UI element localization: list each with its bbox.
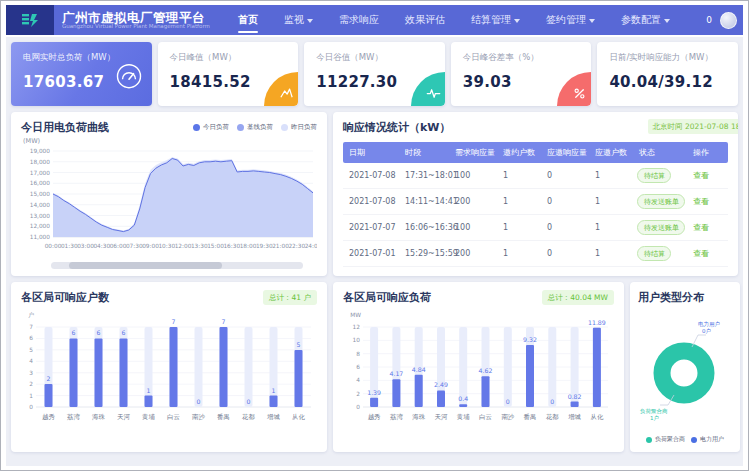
view-link[interactable]: 查看 <box>687 222 728 233</box>
chevron-down-icon <box>589 19 595 23</box>
y-axis-unit: (MW) <box>23 137 317 145</box>
load-curve-panel: 今日用电负荷曲线 今日负荷基线负荷昨日负荷 (MW) 11,00012,0001… <box>11 112 327 276</box>
donut-ring[interactable] <box>662 351 706 395</box>
legend-dot <box>281 124 288 131</box>
svg-text:17,000: 17,000 <box>30 170 51 176</box>
column-header: 操作 <box>687 147 728 158</box>
nav-item-1[interactable]: 监视 <box>284 5 313 35</box>
avatar[interactable] <box>720 12 737 29</box>
legend-item[interactable]: 负荷聚合商 <box>646 435 685 444</box>
chevron-down-icon <box>514 19 520 23</box>
svg-text:0: 0 <box>29 404 33 410</box>
column-header: 需求响应量 <box>449 147 497 158</box>
svg-text:13,000: 13,000 <box>30 213 51 219</box>
beijing-time-badge: 北京时间 2021-07-08 18: <box>648 119 738 134</box>
nav-item-3[interactable]: 效果评估 <box>405 5 445 35</box>
svg-text:07:30: 07:30 <box>126 243 143 249</box>
svg-text:番禺: 番禺 <box>217 413 230 421</box>
datazoom-selection[interactable] <box>69 262 223 269</box>
svg-text:南沙: 南沙 <box>192 413 205 421</box>
svg-text:7: 7 <box>222 318 226 325</box>
legend-item[interactable]: 基线负荷 <box>237 123 273 132</box>
cell-invited: 1 <box>497 249 541 258</box>
user-type-panel: 用户类型分布 电力用户 0户 负荷聚合商 1户 负荷聚合商电力用户 <box>630 282 740 452</box>
chevron-down-icon <box>307 19 313 23</box>
svg-text:5: 5 <box>297 341 301 348</box>
kpi-row: 电网实时总负荷（MW） 17603.67今日峰值（MW） 18415.52今日谷… <box>11 42 738 106</box>
svg-text:18,000: 18,000 <box>30 159 51 165</box>
svg-text:22:30: 22:30 <box>288 243 305 249</box>
svg-text:0: 0 <box>247 398 251 405</box>
legend-item[interactable]: 昨日负荷 <box>281 123 317 132</box>
svg-text:白云: 白云 <box>167 413 180 421</box>
svg-text:11,000: 11,000 <box>30 234 51 240</box>
response-table-title: 响应情况统计（kW） <box>343 120 450 135</box>
user-type-donut-chart: 电力用户 0户 负荷聚合商 1户 <box>638 305 732 429</box>
table-body: 2021-07-08 17:31~18:01 100 1 0 1 待结算 查看2… <box>343 163 728 267</box>
table-header: 日期时段需求响应量邀约户数应邀响应量应邀户数状态操作 <box>343 142 728 163</box>
svg-text:4.17: 4.17 <box>390 370 404 377</box>
column-header: 日期 <box>343 147 399 158</box>
svg-text:8: 8 <box>356 351 360 357</box>
view-link[interactable]: 查看 <box>687 248 728 259</box>
main-nav: 首页监视需求响应效果评估结算管理签约管理参数配置 <box>238 5 670 35</box>
cell-accepted-amount: 0 <box>541 223 589 232</box>
status-badge: 待发送账单 <box>637 220 685 235</box>
notification-count[interactable]: 0 <box>706 15 712 25</box>
cell-date: 2021-07-07 <box>343 223 399 232</box>
legend-dot <box>237 124 244 131</box>
status-badge: 待发送账单 <box>637 194 685 209</box>
svg-text:03:00: 03:00 <box>77 243 94 249</box>
nav-item-label: 签约管理 <box>546 13 586 27</box>
cell-invited: 1 <box>497 197 541 206</box>
svg-text:11.89: 11.89 <box>588 319 606 326</box>
nav-item-4[interactable]: 结算管理 <box>471 5 520 35</box>
datazoom-slider[interactable] <box>51 262 303 269</box>
nav-item-label: 结算管理 <box>471 13 511 27</box>
nav-item-6[interactable]: 参数配置 <box>621 5 670 35</box>
nav-item-5[interactable]: 签约管理 <box>546 5 595 35</box>
cell-accepted-users: 1 <box>589 171 633 180</box>
load-by-district-panel: 各区局可响应负荷 总计：40.04 MW MW0246810121.39越秀4.… <box>333 282 624 452</box>
svg-text:MW: MW <box>350 312 361 318</box>
kpi-label: 电网实时总负荷（MW） <box>23 52 140 64</box>
nav-item-label: 参数配置 <box>621 13 661 27</box>
view-link[interactable]: 查看 <box>687 170 728 181</box>
view-link[interactable]: 查看 <box>687 196 728 207</box>
cell-invited: 1 <box>497 223 541 232</box>
svg-text:18:00: 18:00 <box>240 243 257 249</box>
brand: 广州市虚拟电厂管理平台 Guangzhou Virtual Power Plan… <box>62 11 210 30</box>
svg-text:6: 6 <box>29 335 33 341</box>
svg-text:3: 3 <box>29 370 33 376</box>
table-row: 2021-07-07 16:06~16:36 100 1 0 1 待发送账单 查… <box>343 215 728 241</box>
svg-text:天河: 天河 <box>435 413 448 421</box>
status-badge: 待结算 <box>637 168 671 183</box>
svg-text:4: 4 <box>29 358 33 364</box>
cell-accepted-amount: 0 <box>541 171 589 180</box>
logo-icon <box>20 12 40 28</box>
svg-text:1: 1 <box>272 387 276 394</box>
legend-dot <box>193 124 200 131</box>
nav-item-label: 需求响应 <box>339 13 379 27</box>
svg-text:0.82: 0.82 <box>568 393 582 400</box>
user-type-title: 用户类型分布 <box>638 290 732 305</box>
nav-item-2[interactable]: 需求响应 <box>339 5 379 35</box>
cell-accepted-users: 1 <box>589 223 633 232</box>
svg-text:9.32: 9.32 <box>523 336 537 343</box>
legend-item[interactable]: 电力用户 <box>691 435 724 444</box>
svg-text:0: 0 <box>197 398 201 405</box>
cell-period: 17:31~18:01 <box>399 171 449 180</box>
cell-demand: 100 <box>449 171 497 180</box>
load-curve-legend: 今日负荷基线负荷昨日负荷 <box>193 123 317 132</box>
legend-dot <box>646 437 652 443</box>
svg-text:0: 0 <box>550 398 554 405</box>
legend-item[interactable]: 今日负荷 <box>193 123 229 132</box>
nav-item-0[interactable]: 首页 <box>238 5 258 35</box>
svg-text:2: 2 <box>29 381 33 387</box>
status-badge: 待结算 <box>637 246 671 261</box>
nav-right: 0 <box>706 12 743 29</box>
svg-text:04:30: 04:30 <box>93 243 110 249</box>
dashboard-content: 电网实时总负荷（MW） 17603.67今日峰值（MW） 18415.52今日谷… <box>6 37 743 466</box>
nav-item-label: 监视 <box>284 13 304 27</box>
page-subtitle: Guangzhou Virtual Power Plant Management… <box>62 24 210 30</box>
